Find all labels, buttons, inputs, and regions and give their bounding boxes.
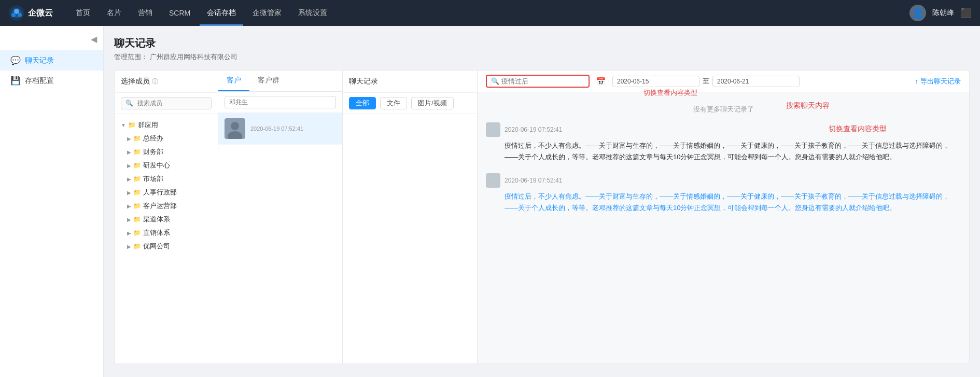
tree-label-9: 优网公司 (143, 242, 170, 251)
subtitle-company: 广州群应用网络科技有限公司 (150, 53, 237, 61)
tree-node-hr[interactable]: ▶ 📁 人事行政部 (115, 186, 218, 199)
chat-record-list (343, 114, 477, 364)
msg-meta-0: 2020-06-19 07:52:41 (486, 122, 961, 137)
panel-container: 选择成员 ⓘ 🔍 ▼ 📁 群应用 ▶ (114, 70, 970, 364)
annotation-filter: 切换查看内容类型 (643, 88, 697, 97)
export-btn[interactable]: ↑ 导出聊天记录 (915, 77, 961, 86)
content-search-icon: 🔍 (491, 77, 499, 85)
subtitle-prefix: 管理范围： (114, 53, 148, 61)
page-subtitle: 管理范围： 广州群应用网络科技有限公司 (114, 52, 970, 62)
help-icon[interactable]: ⓘ (152, 77, 158, 86)
page-title: 聊天记录 (114, 36, 970, 50)
nav-session-archive[interactable]: 会话存档 (200, 0, 243, 26)
sidebar-item-archive-config[interactable]: 💾 存档配置 (0, 71, 103, 91)
date-to-input[interactable] (712, 76, 800, 87)
nav-card[interactable]: 名片 (100, 0, 129, 26)
msg-text-0: 疫情过后，不少人有焦虑。——关于财富与生存的，——关于情感婚姻的，——关于健康的… (486, 140, 961, 163)
main-layout: ◀ 💬 聊天记录 💾 存档配置 聊天记录 管理范围： 广州群应用网络科技有限公司… (0, 26, 980, 377)
sidebar-item-chat-records[interactable]: 💬 聊天记录 (0, 50, 103, 71)
member-panel-header: 选择成员 ⓘ (115, 71, 218, 93)
filter-btn-file[interactable]: 文件 (380, 97, 407, 109)
arrow-right-icon-3: ▶ (127, 163, 131, 169)
tree-node-finance[interactable]: ▶ 📁 财务部 (115, 145, 218, 159)
folder-icon-2: 📁 (133, 148, 141, 156)
collapse-icon[interactable]: ◀ (91, 34, 97, 44)
svg-point-2 (14, 9, 19, 14)
arrow-right-icon-6: ▶ (127, 203, 131, 209)
nav-home[interactable]: 首页 (68, 0, 97, 26)
tree-node-direct-sales[interactable]: ▶ 📁 直销体系 (115, 226, 218, 240)
customer-search (218, 92, 342, 113)
folder-icon-1: 📁 (133, 135, 141, 142)
sidebar-item-archive-label: 存档配置 (25, 76, 54, 86)
annotation-filter-label: 切换查看内容类型 (643, 89, 697, 96)
tree-node-group[interactable]: ▼ 📁 群应用 (115, 118, 218, 132)
chat-panel: 聊天记录 全部 文件 图片/视频 (343, 71, 478, 364)
member-search-icon: 🔍 (125, 100, 133, 107)
tree-node-rd[interactable]: ▶ 📁 研发中心 (115, 159, 218, 172)
search-content-box[interactable]: 🔍 (486, 75, 590, 88)
customer-item[interactable]: 2020-06-19 07:52:41 (218, 113, 342, 145)
tree-node-general-office[interactable]: ▶ 📁 总经办 (115, 132, 218, 145)
member-search-input[interactable] (137, 100, 207, 107)
avatar-placeholder (225, 118, 245, 139)
tree-node-customer-ops[interactable]: ▶ 📁 客户运营部 (115, 199, 218, 213)
folder-icon-4: 📁 (133, 175, 141, 183)
tree-label-3: 研发中心 (143, 161, 170, 170)
arrow-down-icon: ▼ (121, 122, 126, 128)
export-icon: ↑ (915, 77, 919, 85)
tree-label-4: 市场部 (143, 174, 163, 184)
customer-list: 2020-06-19 07:52:41 (218, 113, 342, 364)
customer-search-input[interactable] (225, 96, 336, 108)
username: 陈朝峰 (932, 8, 954, 18)
folder-icon-8: 📁 (133, 229, 141, 236)
date-from-input[interactable] (612, 76, 699, 87)
msg-text-1: 疫情过后，不少人有焦虑。——关于财富与生存的，——关于情感婚姻的，——关于健康的… (486, 191, 961, 214)
member-panel: 选择成员 ⓘ 🔍 ▼ 📁 群应用 ▶ (115, 71, 218, 364)
logo: 企微云 (8, 5, 53, 21)
tree-node-market[interactable]: ▶ 📁 市场部 (115, 172, 218, 186)
arrow-right-icon-2: ▶ (127, 149, 131, 155)
message-block-1: 2020-06-19 07:52:41 疫情过后，不少人有焦虑。——关于财富与生… (486, 173, 961, 214)
arrow-right-icon-7: ▶ (127, 217, 131, 222)
customer-tabs: 客户 客户群 (218, 71, 342, 92)
filter-btn-all[interactable]: 全部 (349, 97, 376, 109)
customer-info: 2020-06-19 07:52:41 (250, 125, 336, 132)
tree-label-5: 人事行政部 (143, 188, 177, 197)
member-search-box[interactable]: 🔍 (121, 97, 212, 109)
tree-node-younet[interactable]: ▶ 📁 优网公司 (115, 240, 218, 253)
tab-customer[interactable]: 客户 (218, 71, 249, 91)
nav-marketing[interactable]: 营销 (131, 0, 160, 26)
tree-label-6: 客户运营部 (143, 201, 177, 211)
msg-avatar-1 (486, 173, 500, 188)
message-block-0: 2020-06-19 07:52:41 疫情过后，不少人有焦虑。——关于财富与生… (486, 122, 961, 163)
nav-items: 首页 名片 营销 SCRM 会话存档 企微管家 系统设置 (68, 0, 909, 26)
folder-icon-9: 📁 (133, 243, 141, 250)
chat-records-icon: 💬 (10, 55, 21, 65)
date-range: 至 (612, 76, 800, 87)
arrow-right-icon-5: ▶ (127, 190, 131, 196)
collapse-btn[interactable]: ◀ (0, 34, 103, 50)
folder-icon-5: 📁 (133, 189, 141, 196)
tree-label-8: 直销体系 (143, 228, 170, 238)
sidebar-nav: ◀ 💬 聊天记录 💾 存档配置 (0, 26, 104, 377)
tree-area: ▼ 📁 群应用 ▶ 📁 总经办 ▶ 📁 财务部 (115, 114, 218, 364)
export-label: 导出聊天记录 (920, 77, 961, 86)
msg-time-1: 2020-06-19 07:52:41 (505, 177, 562, 184)
folder-icon: 📁 (128, 121, 136, 129)
arrow-right-icon-9: ▶ (127, 244, 131, 249)
top-nav: 企微云 首页 名片 营销 SCRM 会话存档 企微管家 系统设置 👤 陈朝峰 ⬛ (0, 0, 980, 26)
msg-time-0: 2020-06-19 07:52:41 (505, 126, 562, 133)
main-content: 聊天记录 管理范围： 广州群应用网络科技有限公司 选择成员 ⓘ 🔍 (104, 26, 980, 377)
msg-meta-1: 2020-06-19 07:52:41 (486, 173, 961, 188)
chat-content-panel: 搜索聊天内容 🔍 📅 至 ↑ 导出聊天记录 (478, 71, 969, 364)
customer-avatar (225, 118, 245, 139)
filter-btn-media[interactable]: 图片/视频 (411, 97, 454, 109)
logout-icon[interactable]: ⬛ (960, 7, 972, 19)
tab-customer-group[interactable]: 客户群 (249, 71, 288, 91)
nav-scrm[interactable]: SCRM (162, 0, 198, 26)
nav-qiwei-manager[interactable]: 企微管家 (245, 0, 289, 26)
nav-system-settings[interactable]: 系统设置 (291, 0, 334, 26)
tree-node-channel[interactable]: ▶ 📁 渠道体系 (115, 213, 218, 226)
content-search-input[interactable] (501, 77, 584, 85)
